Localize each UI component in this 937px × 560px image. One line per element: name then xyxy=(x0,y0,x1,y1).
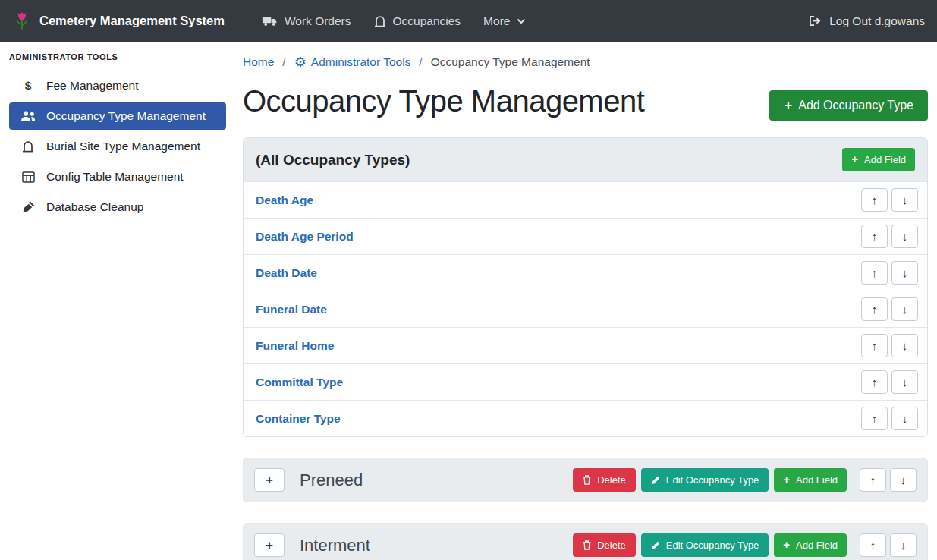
nav-occupancies[interactable]: Occupancies xyxy=(363,0,473,42)
sidebar-item-label: Occupancy Type Management xyxy=(46,109,206,123)
move-down-button[interactable]: ↓ xyxy=(890,533,917,557)
move-down-button[interactable]: ↓ xyxy=(891,297,918,321)
move-down-button[interactable]: ↓ xyxy=(890,468,917,492)
expand-section-button[interactable]: + xyxy=(254,468,285,492)
field-row: Death Date ↑ ↓ xyxy=(244,254,927,291)
field-link-funeral-home[interactable]: Funeral Home xyxy=(256,339,334,353)
app-brand[interactable]: Cemetery Management System xyxy=(12,10,225,33)
delete-label: Delete xyxy=(597,540,626,551)
section-title: Interment xyxy=(300,536,573,555)
field-link-container-type[interactable]: Container Type xyxy=(256,412,341,426)
nav-more[interactable]: More xyxy=(472,0,537,42)
sidebar-item-label: Config Table Management xyxy=(46,170,184,184)
logout-button[interactable]: Log Out d.gowans xyxy=(808,14,925,28)
edit-occupancy-type-label: Edit Occupancy Type xyxy=(666,474,759,486)
move-up-button[interactable]: ↑ xyxy=(861,297,888,321)
add-field-button[interactable]: + Add Field xyxy=(842,148,915,171)
move-down-button[interactable]: ↓ xyxy=(891,261,918,285)
field-link-committal-type[interactable]: Committal Type xyxy=(256,376,343,389)
move-up-button[interactable]: ↑ xyxy=(860,468,886,492)
add-occupancy-type-button[interactable]: + Add Occupancy Type xyxy=(769,90,928,121)
monument-icon xyxy=(20,140,36,153)
move-down-button[interactable]: ↓ xyxy=(891,370,918,394)
expand-section-button[interactable]: + xyxy=(254,533,285,557)
logout-label: Log Out d.gowans xyxy=(829,14,925,28)
trash-icon xyxy=(583,475,591,485)
move-down-button[interactable]: ↓ xyxy=(891,188,918,212)
plus-icon: + xyxy=(784,99,792,112)
main-content: Home / ⚙ Administrator Tools / Occupancy… xyxy=(234,42,937,560)
field-link-death-age-period[interactable]: Death Age Period xyxy=(256,230,354,244)
breadcrumb-separator: / xyxy=(282,55,285,69)
delete-button[interactable]: Delete xyxy=(573,533,636,557)
field-link-death-age[interactable]: Death Age xyxy=(256,193,313,207)
occupancies-icon xyxy=(374,15,386,27)
table-icon xyxy=(20,171,36,183)
plus-icon: + xyxy=(783,540,790,551)
plus-icon: + xyxy=(851,154,858,165)
move-up-button[interactable]: ↑ xyxy=(861,370,888,394)
add-field-label: Add Field xyxy=(864,154,906,165)
sidebar-item-config-table-management[interactable]: Config Table Management xyxy=(9,163,226,190)
logout-icon xyxy=(808,15,822,27)
breadcrumb-current: Occupancy Type Management xyxy=(431,55,590,69)
field-link-funeral-date[interactable]: Funeral Date xyxy=(256,303,327,316)
field-row: Death Age Period ↑ ↓ xyxy=(244,218,927,254)
move-up-button[interactable]: ↑ xyxy=(861,188,888,212)
chevron-down-icon xyxy=(517,18,526,24)
move-up-button[interactable]: ↑ xyxy=(861,407,888,430)
nav-work-orders-label: Work Orders xyxy=(285,14,351,28)
sidebar-item-label: Database Cleanup xyxy=(46,200,143,214)
edit-occupancy-type-button[interactable]: Edit Occupancy Type xyxy=(641,533,769,557)
delete-label: Delete xyxy=(597,474,626,486)
move-up-button[interactable]: ↑ xyxy=(861,334,888,357)
breadcrumb: Home / ⚙ Administrator Tools / Occupancy… xyxy=(243,55,928,69)
section-title: Preneed xyxy=(300,470,573,490)
add-field-label: Add Field xyxy=(796,540,838,551)
field-row: Committal Type ↑ ↓ xyxy=(244,363,927,400)
breadcrumb-home-link[interactable]: Home xyxy=(243,55,274,69)
users-icon xyxy=(20,111,36,121)
work-orders-icon xyxy=(262,15,278,27)
breadcrumb-admin-tools-label: Administrator Tools xyxy=(311,55,411,69)
trash-icon xyxy=(583,540,591,550)
nav-occupancies-label: Occupancies xyxy=(393,14,461,28)
sidebar-item-fee-management[interactable]: $ Fee Management xyxy=(9,72,226,99)
occupancy-type-section-interment: + Interment Delete xyxy=(243,523,928,560)
sidebar-item-label: Burial Site Type Management xyxy=(46,140,200,153)
sidebar-item-database-cleanup[interactable]: Database Cleanup xyxy=(9,193,226,221)
add-field-label: Add Field xyxy=(796,474,838,486)
field-row: Funeral Home ↑ ↓ xyxy=(244,327,927,363)
sidebar-item-label: Fee Management xyxy=(46,79,139,93)
edit-occupancy-type-button[interactable]: Edit Occupancy Type xyxy=(641,468,769,492)
sidebar-item-occupancy-type-management[interactable]: Occupancy Type Management xyxy=(9,102,226,130)
broom-icon xyxy=(20,201,36,213)
all-occupancy-types-title: (All Occupancy Types) xyxy=(256,152,410,168)
all-occupancy-types-card: (All Occupancy Types) + Add Field Death … xyxy=(243,137,928,437)
all-occupancy-types-header: (All Occupancy Types) + Add Field xyxy=(244,138,927,181)
plus-icon: + xyxy=(783,474,790,486)
move-up-button[interactable]: ↑ xyxy=(861,261,888,285)
add-field-button[interactable]: + Add Field xyxy=(774,468,847,492)
add-field-button[interactable]: + Add Field xyxy=(774,533,847,557)
gear-icon: ⚙ xyxy=(294,55,307,69)
move-down-button[interactable]: ↓ xyxy=(891,334,918,357)
move-up-button[interactable]: ↑ xyxy=(861,225,888,248)
nav-more-label: More xyxy=(483,14,510,28)
field-row: Funeral Date ↑ ↓ xyxy=(244,291,927,327)
breadcrumb-admin-tools-link[interactable]: ⚙ Administrator Tools xyxy=(294,55,411,69)
sidebar-heading: ADMINISTRATOR TOOLS xyxy=(9,52,226,72)
tulip-logo-icon xyxy=(12,10,32,33)
edit-occupancy-type-label: Edit Occupancy Type xyxy=(666,540,759,551)
brand-title: Cemetery Management System xyxy=(39,14,225,28)
nav-work-orders[interactable]: Work Orders xyxy=(250,0,363,42)
pencil-icon xyxy=(651,476,660,485)
breadcrumb-separator: / xyxy=(419,55,422,69)
dollar-icon: $ xyxy=(20,79,36,93)
field-link-death-date[interactable]: Death Date xyxy=(256,266,317,280)
move-up-button[interactable]: ↑ xyxy=(860,533,886,557)
move-down-button[interactable]: ↓ xyxy=(891,225,918,248)
delete-button[interactable]: Delete xyxy=(573,468,636,492)
move-down-button[interactable]: ↓ xyxy=(891,407,918,430)
sidebar-item-burial-site-type-management[interactable]: Burial Site Type Management xyxy=(9,133,226,160)
